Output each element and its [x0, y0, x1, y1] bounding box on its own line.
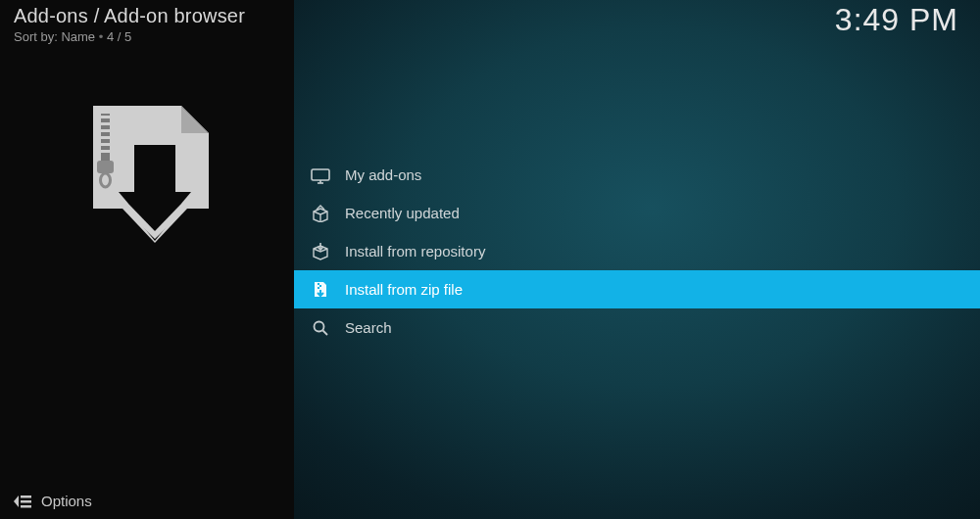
- list-position: 4 / 5: [107, 29, 131, 44]
- svg-rect-36: [21, 505, 31, 508]
- box-down-icon: [310, 241, 331, 262]
- svg-rect-20: [101, 114, 110, 166]
- menu-item-install-zip[interactable]: Install from zip file: [294, 270, 980, 308]
- menu-item-label: Install from repository: [345, 243, 485, 260]
- svg-line-46: [323, 330, 328, 335]
- svg-rect-23: [99, 129, 112, 132]
- options-button[interactable]: Options: [14, 493, 92, 509]
- svg-rect-41: [318, 283, 319, 285]
- svg-rect-24: [99, 136, 112, 139]
- sort-label: Sort by:: [14, 29, 58, 44]
- menu-item-recently-updated[interactable]: Recently updated: [294, 194, 980, 232]
- menu-item-my-addons[interactable]: My add-ons: [294, 156, 980, 194]
- menu-item-install-repository[interactable]: Install from repository: [294, 232, 980, 270]
- svg-rect-22: [99, 122, 112, 125]
- sort-line: Sort by: Name • 4 / 5: [0, 27, 294, 44]
- zip-file-icon: [310, 279, 331, 301]
- svg-rect-29: [134, 145, 175, 192]
- screen: Add-ons / Add-on browser Sort by: Name •…: [0, 0, 980, 519]
- zip-download-icon: [83, 106, 211, 243]
- svg-point-45: [315, 321, 324, 331]
- options-label: Options: [41, 493, 92, 509]
- menu-item-search[interactable]: Search: [294, 308, 980, 347]
- svg-rect-42: [319, 285, 321, 287]
- main-panel: 3:49 PM My add-ons: [294, 0, 980, 519]
- menu-item-label: Search: [345, 319, 392, 336]
- svg-rect-35: [21, 500, 31, 503]
- svg-rect-25: [99, 143, 112, 146]
- svg-rect-43: [318, 287, 319, 289]
- separator: •: [99, 29, 107, 44]
- svg-rect-21: [99, 116, 112, 118]
- sidebar: Add-ons / Add-on browser Sort by: Name •…: [0, 0, 294, 519]
- svg-rect-34: [21, 495, 31, 498]
- menu-item-label: Install from zip file: [345, 281, 463, 298]
- breadcrumb: Add-ons / Add-on browser: [0, 0, 294, 27]
- svg-rect-37: [312, 169, 329, 180]
- menu-item-label: Recently updated: [345, 205, 460, 221]
- menu-item-label: My add-ons: [345, 166, 421, 183]
- options-icon: [14, 494, 31, 509]
- tv-icon: [310, 165, 331, 186]
- addon-menu: My add-ons Recently updated: [294, 156, 980, 347]
- clock: 3:49 PM: [835, 2, 958, 38]
- sort-value: Name: [61, 29, 95, 44]
- search-icon: [310, 317, 331, 339]
- svg-rect-26: [99, 150, 112, 153]
- box-open-icon: [310, 203, 331, 224]
- svg-rect-27: [97, 161, 114, 173]
- svg-marker-33: [14, 495, 19, 507]
